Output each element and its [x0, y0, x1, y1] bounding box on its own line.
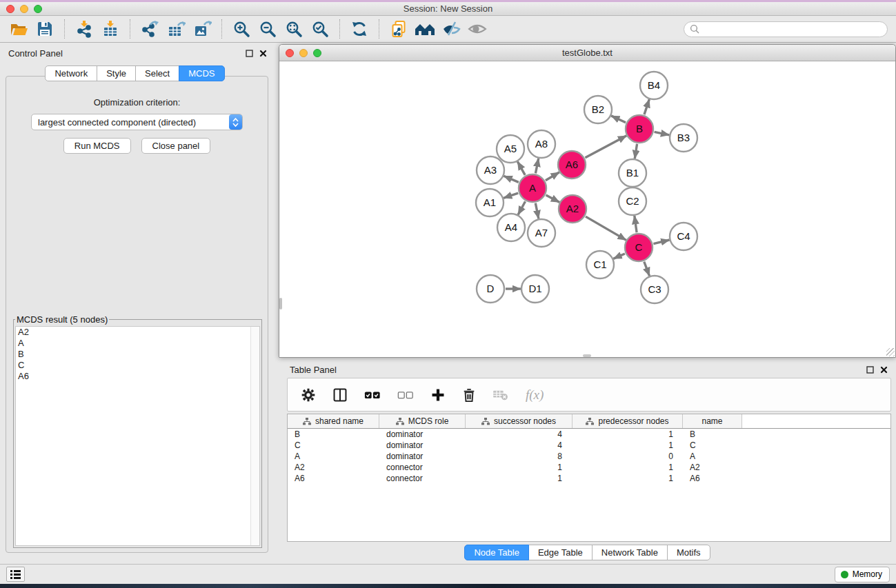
- mcds-panel: Optimization criterion: largest connecte…: [6, 76, 268, 553]
- tab-mcds[interactable]: MCDS: [179, 65, 224, 81]
- select-all-columns-button[interactable]: [364, 390, 381, 400]
- search-input[interactable]: [703, 24, 882, 34]
- node-B3[interactable]: B3: [670, 124, 697, 152]
- node-B[interactable]: B: [626, 115, 653, 143]
- float-panel-icon[interactable]: [246, 50, 253, 57]
- node-B1[interactable]: B1: [619, 159, 646, 187]
- fit-content-button[interactable]: [282, 18, 306, 40]
- edge-A6-B[interactable]: [585, 136, 626, 158]
- zoom-out-button[interactable]: [256, 18, 279, 40]
- node-C2[interactable]: C2: [619, 187, 646, 215]
- edge-B-B2[interactable]: [611, 116, 626, 123]
- hide-selected-button[interactable]: [439, 18, 463, 40]
- node-A4[interactable]: A4: [497, 214, 525, 241]
- column-header-name[interactable]: name: [683, 414, 742, 428]
- node-C[interactable]: C: [625, 234, 653, 261]
- node-B2[interactable]: B2: [584, 96, 612, 123]
- deselect-all-columns-button[interactable]: [397, 390, 414, 400]
- close-panel-icon[interactable]: [259, 50, 267, 57]
- edge-A-A4[interactable]: [518, 201, 526, 214]
- edge-C-C3[interactable]: [644, 262, 650, 276]
- export-table-button[interactable]: [164, 18, 188, 40]
- zoom-selected-button[interactable]: [308, 18, 332, 40]
- edge-A-A8[interactable]: [535, 159, 538, 174]
- column-header-successor-nodes[interactable]: successor nodes: [466, 414, 573, 428]
- table-row[interactable]: A2connector11A2: [288, 462, 890, 473]
- close-panel-button[interactable]: Close panel: [141, 138, 211, 154]
- import-table-button[interactable]: [99, 18, 122, 40]
- list-item[interactable]: A2: [16, 327, 259, 338]
- tab-select[interactable]: Select: [135, 65, 179, 81]
- open-session-button[interactable]: [7, 18, 30, 40]
- edge-A-A3[interactable]: [504, 176, 519, 182]
- first-neighbors-button[interactable]: [413, 18, 437, 40]
- memory-button[interactable]: Memory: [835, 567, 890, 582]
- node-D1[interactable]: D1: [521, 275, 549, 303]
- tab-motifs[interactable]: Motifs: [667, 545, 710, 560]
- edge-A-A1[interactable]: [504, 193, 518, 198]
- tab-edge-table[interactable]: Edge Table: [528, 545, 593, 560]
- table-row[interactable]: Bdominator41B: [288, 429, 890, 440]
- list-item[interactable]: C: [16, 360, 259, 371]
- node-A6[interactable]: A6: [558, 151, 586, 179]
- node-A2[interactable]: A2: [559, 195, 586, 223]
- import-network-button[interactable]: [72, 18, 96, 40]
- node-B4[interactable]: B4: [640, 72, 668, 99]
- edge-C-C1[interactable]: [613, 254, 625, 258]
- save-session-button[interactable]: [33, 18, 57, 40]
- edge-A-A6[interactable]: [546, 172, 559, 181]
- table-row[interactable]: Adominator80A: [288, 451, 890, 462]
- edge-C-C2[interactable]: [635, 216, 637, 232]
- edge-A-A7[interactable]: [535, 203, 539, 219]
- node-A3[interactable]: A3: [477, 156, 504, 184]
- refresh-button[interactable]: [348, 18, 371, 40]
- zoom-in-button[interactable]: [230, 18, 253, 40]
- tab-network-table[interactable]: Network Table: [592, 545, 668, 560]
- horizontal-scrollbar-thumb[interactable]: [583, 354, 591, 357]
- table-row[interactable]: Cdominator41C: [288, 440, 890, 451]
- show-all-button[interactable]: [466, 18, 489, 40]
- new-network-from-selection-button[interactable]: [387, 18, 410, 40]
- list-scrollbar[interactable]: [250, 327, 259, 545]
- show-columns-button[interactable]: [332, 387, 348, 403]
- edge-A2-C[interactable]: [586, 216, 626, 240]
- tab-node-table[interactable]: Node Table: [464, 545, 529, 560]
- network-canvas[interactable]: B4B2BB3A5A8A6A3B1AA1C2A2A4A7C4CC1C3DD1: [279, 62, 895, 357]
- table-row[interactable]: A6connector11A6: [288, 473, 890, 484]
- vertical-scrollbar-thumb[interactable]: [279, 298, 282, 310]
- export-network-button[interactable]: [138, 18, 161, 40]
- task-history-button[interactable]: [6, 567, 25, 582]
- node-A5[interactable]: A5: [497, 135, 524, 163]
- node-A7[interactable]: A7: [528, 219, 555, 247]
- edge-B-B1[interactable]: [635, 144, 637, 159]
- edge-A-A5[interactable]: [517, 161, 525, 175]
- column-header-MCDS-role[interactable]: MCDS role: [379, 414, 466, 428]
- node-A8[interactable]: A8: [528, 130, 555, 158]
- column-header-predecessor-nodes[interactable]: predecessor nodes: [573, 414, 683, 428]
- column-header-shared-name[interactable]: shared name: [288, 414, 379, 428]
- float-panel-icon[interactable]: [866, 366, 874, 374]
- run-mcds-button[interactable]: Run MCDS: [63, 138, 131, 154]
- edge-B-B3[interactable]: [655, 132, 670, 134]
- node-A1[interactable]: A1: [476, 189, 504, 216]
- node-C3[interactable]: C3: [641, 276, 668, 303]
- resize-grip[interactable]: [886, 348, 895, 356]
- tab-style[interactable]: Style: [97, 65, 136, 81]
- node-C1[interactable]: C1: [586, 251, 614, 278]
- delete-column-button[interactable]: [462, 387, 476, 403]
- edge-B-B4[interactable]: [644, 99, 649, 114]
- list-item[interactable]: A6: [16, 371, 259, 382]
- close-panel-icon[interactable]: [880, 366, 888, 374]
- list-item[interactable]: A: [16, 338, 259, 349]
- node-D[interactable]: D: [477, 275, 504, 303]
- edge-C-C4[interactable]: [653, 240, 669, 244]
- node-C4[interactable]: C4: [670, 223, 697, 250]
- export-image-button[interactable]: [190, 18, 214, 40]
- optimization-select[interactable]: largest connected component (directed): [31, 114, 243, 130]
- node-A[interactable]: A: [519, 174, 546, 202]
- create-column-button[interactable]: [430, 387, 446, 403]
- tab-network[interactable]: Network: [45, 65, 97, 81]
- edge-A-A2[interactable]: [546, 195, 560, 202]
- list-item[interactable]: B: [16, 349, 259, 360]
- table-settings-button[interactable]: [301, 387, 316, 403]
